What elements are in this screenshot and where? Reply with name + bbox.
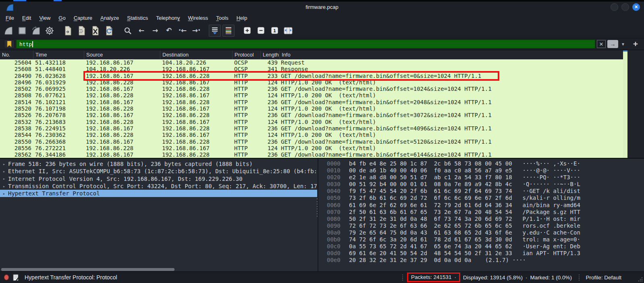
detail-line-selected[interactable]: ▸Hypertext Transfer Protocol bbox=[0, 190, 317, 197]
packet-list-scrollbar-minimap[interactable] bbox=[623, 50, 627, 158]
zoom-in-icon[interactable] bbox=[241, 25, 253, 37]
column-header-length[interactable]: Length bbox=[261, 50, 280, 59]
hex-line[interactable]: 0040f9 f5 47 45 54 20 2f 6b 61 6c 69 2f … bbox=[327, 188, 644, 195]
filter-clear-button[interactable]: ✕ bbox=[597, 40, 606, 48]
hex-line[interactable]: 00a079 2e 65 64 75 0d 0a 43 61 63 68 65 … bbox=[327, 229, 644, 236]
menu-capture[interactable]: Capture bbox=[70, 13, 96, 23]
menu-help[interactable]: Help bbox=[233, 13, 251, 23]
packet-info: HTTP/1.0 200 OK (text/html) bbox=[280, 119, 623, 125]
column-header-protocol[interactable]: Protocol bbox=[233, 50, 261, 59]
resize-grip[interactable] bbox=[638, 277, 642, 281]
stop-capture-icon[interactable] bbox=[16, 25, 28, 37]
detail-line[interactable]: ▸Ethernet II, Src: ASUSTekCOMPU_b6:58:73… bbox=[0, 168, 317, 175]
menu-tools[interactable]: Tools bbox=[212, 13, 232, 23]
filter-apply-button[interactable]: → bbox=[607, 40, 618, 48]
hex-line[interactable]: 008050 2f 31 2e 31 0d 0a 48 6f 73 74 3a … bbox=[327, 216, 644, 222]
hex-line[interactable]: 00e020 28 32 2e 31 2e 37 29 0d 0a 0d 0a … bbox=[327, 257, 644, 264]
column-header-time[interactable]: Time bbox=[33, 50, 84, 59]
hex-line[interactable]: 003000 51 92 b4 00 00 01 01 08 0a 7e 89 … bbox=[327, 181, 644, 188]
resize-columns-icon[interactable] bbox=[282, 25, 294, 37]
column-header-info[interactable]: Info bbox=[280, 50, 623, 59]
menu-edit[interactable]: Edit bbox=[18, 13, 35, 23]
profile-label[interactable]: Profile: Default bbox=[586, 275, 621, 281]
filter-add-button[interactable]: + bbox=[631, 39, 640, 49]
menu-analyze[interactable]: Analyze bbox=[96, 13, 123, 23]
hex-line[interactable]: 00b074 72 6f 6c 3a 20 6d 61 78 2d 61 67 … bbox=[327, 236, 644, 243]
detail-line[interactable]: ▸Frame 518: 236 bytes on wire (1888 bits… bbox=[0, 160, 317, 168]
detail-line[interactable]: ▸Internet Protocol Version 4, Src: 192.1… bbox=[0, 175, 317, 182]
menu-statistics[interactable]: Statistics bbox=[123, 13, 152, 23]
hex-line[interactable]: 006061 69 6e 2f 62 69 6e 61 72 79 2d 61 … bbox=[327, 202, 644, 209]
expand-arrow-icon[interactable]: ▸ bbox=[0, 162, 8, 166]
start-capture-icon[interactable] bbox=[2, 25, 15, 37]
expand-arrow-icon[interactable]: ▸ bbox=[0, 169, 8, 174]
packet-time: 76.207678 bbox=[33, 112, 84, 118]
save-file-icon[interactable] bbox=[76, 25, 88, 37]
colorize-icon[interactable] bbox=[222, 25, 235, 37]
packet-src: 192.168.86.167 bbox=[84, 59, 160, 66]
maximize-button[interactable] bbox=[621, 3, 629, 11]
packet-list-scrollbar-track[interactable] bbox=[627, 50, 644, 158]
go-back-icon[interactable]: ← bbox=[135, 25, 147, 37]
hex-ascii: trol: ma x-age=0· bbox=[523, 236, 580, 243]
capture-comment-icon[interactable] bbox=[13, 274, 19, 281]
packet-row[interactable]: 2853276.213683192.168.86.228192.168.86.1… bbox=[0, 119, 623, 125]
go-to-packet-icon[interactable]: ↶ bbox=[163, 25, 175, 37]
statusbar-divider[interactable] bbox=[579, 275, 580, 281]
close-file-icon[interactable] bbox=[89, 25, 102, 37]
hex-line[interactable]: 0000b4 fb e4 8e 25 80 1c 87 2c b6 58 73 … bbox=[327, 160, 644, 167]
expand-arrow-icon[interactable]: ▸ bbox=[0, 191, 8, 196]
close-button[interactable]: ✕ bbox=[632, 3, 640, 11]
hex-line[interactable]: 00d069 61 6e 20 41 50 54 2d 48 54 54 50 … bbox=[327, 250, 644, 257]
menu-go[interactable]: Go bbox=[54, 13, 69, 23]
menu-view[interactable]: View bbox=[35, 13, 54, 23]
go-forward-icon[interactable]: → bbox=[149, 25, 161, 37]
packet-row[interactable]: 2851476.102121192.168.86.167192.168.86.2… bbox=[0, 99, 623, 105]
hex-line[interactable]: 0020e2 1e a8 d8 00 50 51 d7 ab c1 2a 54 … bbox=[327, 174, 644, 181]
zoom-out-icon[interactable] bbox=[255, 25, 267, 37]
restart-capture-icon[interactable] bbox=[30, 25, 42, 37]
hex-line[interactable]: 001000 de a6 1b 40 00 40 06 f0 aa c0 a8 … bbox=[327, 167, 644, 174]
hex-line[interactable]: 00c00a 55 73 65 72 2d 41 67 65 6e 74 3a … bbox=[327, 243, 644, 250]
statusbar-divider[interactable] bbox=[402, 275, 403, 281]
column-header-no[interactable]: No. bbox=[0, 50, 33, 59]
menu-wireless[interactable]: Wireless bbox=[184, 13, 212, 23]
go-last-packet-icon[interactable]: →· bbox=[190, 25, 202, 37]
find-packet-icon[interactable] bbox=[122, 25, 134, 37]
packet-row[interactable]: 2855076.266368192.168.86.167192.168.86.2… bbox=[0, 138, 623, 145]
hex-line[interactable]: 00702f 50 61 63 6b 61 67 65 73 2e 67 7a … bbox=[327, 209, 644, 216]
open-file-icon[interactable] bbox=[62, 25, 74, 37]
packet-row[interactable]: 2852676.207678192.168.86.167192.168.86.2… bbox=[0, 112, 623, 118]
menu-telephony[interactable]: Telephony bbox=[152, 13, 184, 23]
capture-options-icon[interactable] bbox=[44, 25, 56, 37]
filter-bookmark-button[interactable] bbox=[4, 40, 15, 48]
details-horizontal-scrollbar[interactable] bbox=[1, 268, 175, 271]
detail-line[interactable]: ▸Transmission Control Protocol, Src Port… bbox=[0, 182, 317, 190]
filter-dropdown-caret[interactable]: ▼ bbox=[620, 42, 626, 46]
packet-row[interactable]: 2852076.107198192.168.86.228192.168.86.1… bbox=[0, 105, 623, 112]
minimize-button[interactable] bbox=[611, 3, 618, 11]
column-header-source[interactable]: Source bbox=[84, 50, 160, 59]
expand-arrow-icon[interactable]: ▸ bbox=[0, 176, 8, 181]
statusbar-stats: Packets: 241531 · Displayed: 13914 (5.8%… bbox=[402, 272, 572, 283]
packet-row[interactable]: 2560451.432118192.168.86.167104.18.20.22… bbox=[0, 59, 623, 66]
packet-row[interactable]: 2856276.344186192.168.86.167192.168.86.2… bbox=[0, 151, 623, 158]
expert-info-icon[interactable] bbox=[4, 275, 9, 280]
packet-row[interactable]: 2853876.224915192.168.86.167192.168.86.2… bbox=[0, 125, 623, 132]
packet-row[interactable]: 2850276.069925192.168.86.167192.168.86.2… bbox=[0, 86, 623, 92]
display-filter-input[interactable]: http bbox=[16, 40, 595, 48]
menu-file[interactable]: File bbox=[2, 13, 18, 23]
hex-line[interactable]: 005073 2f 6b 61 6c 69 2d 72 6f 6c 6c 69 … bbox=[327, 195, 644, 201]
reload-file-icon[interactable] bbox=[103, 25, 115, 37]
column-header-destination[interactable]: Destination bbox=[160, 50, 233, 59]
zoom-100-icon[interactable]: 1 bbox=[268, 25, 280, 37]
packet-len: 124 bbox=[261, 92, 280, 99]
packet-row[interactable]: 2855676.272221192.168.86.228192.168.86.1… bbox=[0, 145, 623, 151]
packet-no: 28508 bbox=[0, 92, 33, 99]
expand-arrow-icon[interactable]: ▸ bbox=[0, 184, 8, 189]
go-first-packet-icon[interactable]: ·← bbox=[177, 25, 189, 37]
packet-row[interactable]: 2850876.077621192.168.86.228192.168.86.1… bbox=[0, 92, 623, 99]
hex-line[interactable]: 009072 6f 72 73 2e 6f 63 66 2e 62 65 72 … bbox=[327, 222, 644, 229]
packet-row[interactable]: 2854476.230362192.168.86.228192.168.86.1… bbox=[0, 132, 623, 138]
auto-scroll-icon[interactable] bbox=[209, 25, 221, 37]
